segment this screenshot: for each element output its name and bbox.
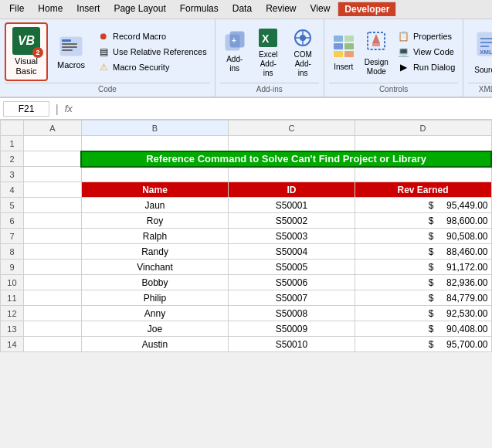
cell-a9[interactable]: [23, 260, 81, 275]
cell-b14[interactable]: Austin: [81, 337, 229, 352]
cell-b1[interactable]: [81, 136, 229, 151]
cell-c4-id[interactable]: ID: [229, 182, 355, 198]
menu-home[interactable]: Home: [32, 2, 69, 17]
svg-rect-15: [344, 43, 354, 49]
col-header-d[interactable]: D: [355, 120, 491, 136]
addins-group-label: Add-ins: [220, 83, 319, 93]
cell-a1[interactable]: [23, 136, 81, 151]
table-row: 4 Name ID Rev Earned: [1, 182, 492, 198]
cell-a12[interactable]: [23, 306, 81, 321]
menu-insert[interactable]: Insert: [70, 2, 106, 17]
cell-b13[interactable]: Joe: [81, 321, 229, 337]
cell-d10[interactable]: $ 82,936.00: [355, 275, 491, 290]
table-row: 2 Reference Command to Solve Can't Find …: [1, 151, 492, 167]
cell-d7[interactable]: $ 90,508.00: [355, 229, 491, 244]
cell-a8[interactable]: [23, 244, 81, 260]
cell-c14[interactable]: S50010: [229, 337, 355, 352]
cell-reference-input[interactable]: [3, 101, 49, 117]
menu-file[interactable]: File: [3, 2, 30, 17]
formula-input[interactable]: [76, 102, 489, 116]
row-num-10: 10: [1, 275, 24, 290]
cell-c8[interactable]: S50004: [229, 244, 355, 260]
cell-b5[interactable]: Jaun: [81, 198, 229, 213]
insert-button[interactable]: Insert: [329, 31, 358, 73]
cell-b12[interactable]: Anny: [81, 306, 229, 321]
macro-security-button[interactable]: ⚠ Macro Security: [94, 60, 210, 74]
cell-c1[interactable]: [229, 136, 355, 151]
cell-d4-rev[interactable]: Rev Earned: [355, 182, 491, 198]
cell-b4-name[interactable]: Name: [81, 182, 229, 198]
menu-review[interactable]: Review: [260, 2, 302, 17]
cell-b11[interactable]: Philip: [81, 290, 229, 306]
cell-c12[interactable]: S50008: [229, 306, 355, 321]
spreadsheet: A B C D 1 2 Reference Command to Solve C…: [0, 120, 492, 352]
source-icon: XML: [475, 29, 492, 66]
add-ins-button[interactable]: + Add-ins: [220, 29, 249, 75]
cell-d6[interactable]: $ 98,600.00: [355, 213, 491, 229]
row-num-14: 14: [1, 337, 24, 352]
run-dialog-button[interactable]: ▶ Run Dialog: [395, 60, 458, 74]
cell-c13[interactable]: S50009: [229, 321, 355, 337]
col-header-a[interactable]: A: [23, 120, 81, 136]
title-cell[interactable]: Reference Command to Solve Can't Find Pr…: [81, 151, 491, 167]
visual-basic-button[interactable]: VB 2 VisualBasic: [5, 22, 48, 81]
cell-d11[interactable]: $ 84,779.00: [355, 290, 491, 306]
menu-view[interactable]: View: [304, 2, 337, 17]
cell-d14[interactable]: $ 95,700.00: [355, 337, 491, 352]
cell-c3[interactable]: [229, 167, 355, 182]
source-button[interactable]: XML Source: [468, 26, 492, 78]
cell-b9[interactable]: Vinchant: [81, 260, 229, 275]
com-add-ins-button[interactable]: COMAdd-ins: [287, 24, 319, 80]
cell-d5[interactable]: $ 95,449.00: [355, 198, 491, 213]
cell-a14[interactable]: [23, 337, 81, 352]
cell-c9[interactable]: S50005: [229, 260, 355, 275]
col-header-c[interactable]: C: [229, 120, 355, 136]
cell-a3[interactable]: [23, 167, 81, 182]
row-num-6: 6: [1, 213, 24, 229]
cell-a6[interactable]: [23, 213, 81, 229]
cell-b10[interactable]: Bobby: [81, 275, 229, 290]
cell-b8[interactable]: Randy: [81, 244, 229, 260]
macro-security-label: Macro Security: [113, 63, 169, 72]
cell-a5[interactable]: [23, 198, 81, 213]
cell-c5[interactable]: S50001: [229, 198, 355, 213]
cell-b7[interactable]: Ralph: [81, 229, 229, 244]
cell-a13[interactable]: [23, 321, 81, 337]
table-row: 10 Bobby S50006 $ 82,936.00: [1, 275, 492, 290]
cell-a2[interactable]: [23, 151, 81, 167]
design-mode-button[interactable]: DesignMode: [361, 26, 392, 78]
menu-formulas[interactable]: Formulas: [174, 2, 225, 17]
excel-add-ins-button[interactable]: X ExcelAdd-ins: [253, 24, 284, 80]
cell-c10[interactable]: S50006: [229, 275, 355, 290]
menu-data[interactable]: Data: [226, 2, 258, 17]
cell-a11[interactable]: [23, 290, 81, 306]
run-dialog-label: Run Dialog: [413, 63, 455, 72]
cell-c6[interactable]: S50002: [229, 213, 355, 229]
properties-label: Properties: [413, 32, 452, 41]
record-macro-button[interactable]: ⏺ Record Macro: [94, 29, 210, 43]
cell-c7[interactable]: S50003: [229, 229, 355, 244]
row-num-11: 11: [1, 290, 24, 306]
menu-page-layout[interactable]: Page Layout: [107, 2, 171, 17]
cell-d1[interactable]: [355, 136, 491, 151]
menu-developer[interactable]: Developer: [338, 2, 396, 17]
cell-d9[interactable]: $ 91,172.00: [355, 260, 491, 275]
add-ins-icon: +: [224, 30, 246, 55]
macros-button[interactable]: Macros: [51, 31, 91, 73]
cell-c11[interactable]: S50007: [229, 290, 355, 306]
cell-d13[interactable]: $ 90,408.00: [355, 321, 491, 337]
cell-d8[interactable]: $ 88,460.00: [355, 244, 491, 260]
cell-a10[interactable]: [23, 275, 81, 290]
col-header-b[interactable]: B: [81, 120, 229, 136]
cell-b3[interactable]: [81, 167, 229, 182]
warning-icon: ⚠: [97, 61, 110, 73]
table-row: 3: [1, 167, 492, 182]
cell-a4[interactable]: [23, 182, 81, 198]
cell-d12[interactable]: $ 92,530.00: [355, 306, 491, 321]
view-code-button[interactable]: 💻 View Code: [395, 45, 458, 59]
cell-d3[interactable]: [355, 167, 491, 182]
cell-b6[interactable]: Roy: [81, 213, 229, 229]
use-relative-references-button[interactable]: ▤ Use Relative References: [94, 45, 210, 59]
cell-a7[interactable]: [23, 229, 81, 244]
properties-button[interactable]: 📋 Properties: [395, 29, 458, 43]
